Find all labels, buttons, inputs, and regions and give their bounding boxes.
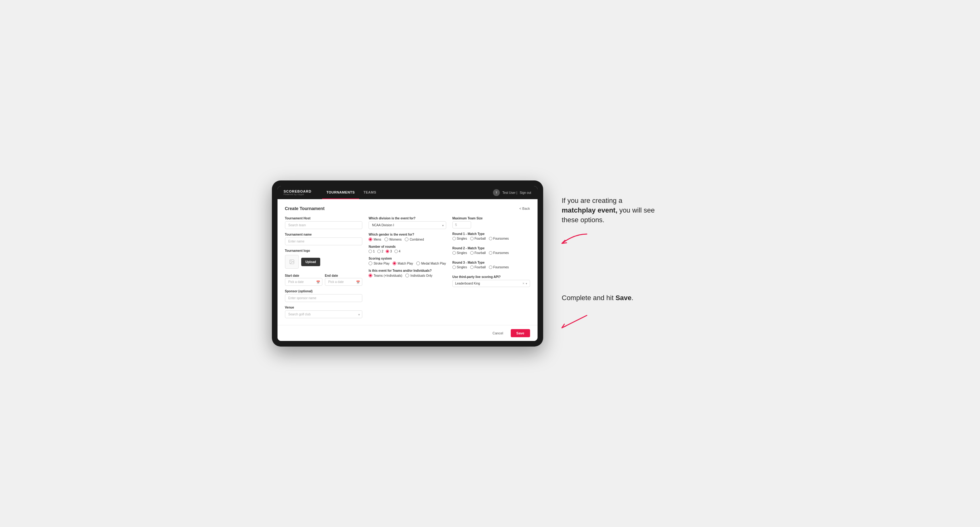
r3-singles[interactable]: Singles bbox=[452, 265, 467, 269]
gender-womens-label: Womens bbox=[390, 238, 402, 241]
gender-mens-radio[interactable] bbox=[369, 238, 372, 241]
venue-field: Venue bbox=[285, 306, 363, 318]
r2-singles[interactable]: Singles bbox=[452, 251, 467, 255]
round-3-label: 3 bbox=[390, 250, 392, 253]
arrow-bottom-icon bbox=[556, 312, 593, 331]
r3-fourball-radio[interactable] bbox=[470, 265, 474, 269]
r1-foursomes[interactable]: Foursomes bbox=[489, 237, 509, 240]
api-label: Use third-party live scoring API? bbox=[452, 275, 530, 279]
tournament-name-field: Tournament name bbox=[285, 233, 363, 245]
round-1-label: 1 bbox=[373, 250, 375, 253]
scoring-medal-radio[interactable] bbox=[416, 262, 420, 265]
nav-tab-teams[interactable]: TEAMS bbox=[359, 186, 381, 199]
r1-singles-radio[interactable] bbox=[452, 237, 456, 240]
form-header: Create Tournament < Back bbox=[285, 206, 530, 211]
round3-options: Singles Fourball Foursomes bbox=[452, 265, 530, 269]
individuals-option-radio[interactable] bbox=[405, 274, 409, 277]
gender-womens[interactable]: Womens bbox=[385, 238, 402, 241]
gender-combined-radio[interactable] bbox=[405, 238, 409, 241]
round-1[interactable]: 1 bbox=[369, 250, 375, 253]
scoring-stroke[interactable]: Stroke Play bbox=[369, 262, 390, 265]
gender-mens[interactable]: Mens bbox=[369, 238, 381, 241]
page-title: Create Tournament bbox=[285, 206, 325, 211]
start-date-field: Start date 📅 bbox=[285, 272, 322, 286]
annotation-bottom-text1: Complete and hit bbox=[562, 294, 616, 302]
round-1-radio[interactable] bbox=[369, 250, 372, 253]
division-select-wrapper: NCAA Division I bbox=[369, 221, 446, 229]
gender-combined[interactable]: Combined bbox=[405, 238, 424, 241]
r2-singles-radio[interactable] bbox=[452, 251, 456, 255]
annotation-top: If you are creating a matchplay event, y… bbox=[562, 196, 655, 225]
r2-foursomes-radio[interactable] bbox=[489, 251, 492, 255]
logo-sub: Powered by clippit bbox=[284, 193, 312, 195]
r2-fourball-radio[interactable] bbox=[470, 251, 474, 255]
upload-button[interactable]: Upload bbox=[301, 258, 321, 266]
end-date-input[interactable] bbox=[325, 278, 362, 286]
annotations-area: If you are creating a matchplay event, y… bbox=[562, 196, 708, 331]
r1-fourball-radio[interactable] bbox=[470, 237, 474, 240]
max-team-size-input[interactable] bbox=[452, 221, 471, 229]
r3-singles-radio[interactable] bbox=[452, 265, 456, 269]
rounds-label: Number of rounds bbox=[369, 245, 446, 248]
round2-match-label: Round 2 - Match Type bbox=[452, 246, 530, 250]
r2-fourball[interactable]: Fourball bbox=[470, 251, 486, 255]
r3-foursomes-radio[interactable] bbox=[489, 265, 492, 269]
division-select[interactable]: NCAA Division I bbox=[369, 221, 446, 229]
scoring-match[interactable]: Match Play bbox=[393, 262, 413, 265]
form-container: Create Tournament < Back Tournament Host… bbox=[277, 199, 538, 325]
rounds-radio-group: 1 2 3 bbox=[369, 250, 446, 253]
teams-radio-group: Teams (+Individuals) Individuals Only bbox=[369, 274, 446, 277]
r3-foursomes[interactable]: Foursomes bbox=[489, 265, 509, 269]
back-button[interactable]: < Back bbox=[519, 206, 530, 210]
r1-foursomes-radio[interactable] bbox=[489, 237, 492, 240]
scoring-stroke-radio[interactable] bbox=[369, 262, 372, 265]
scoring-label: Scoring system bbox=[369, 257, 446, 260]
teams-option-radio[interactable] bbox=[369, 274, 372, 277]
scoring-medal-label: Medal Match Play bbox=[421, 262, 446, 265]
division-field: Which division is the event for? NCAA Di… bbox=[369, 217, 446, 229]
round3-match-label: Round 3 - Match Type bbox=[452, 261, 530, 264]
round1-options: Singles Fourball Foursomes bbox=[452, 237, 530, 240]
save-button[interactable]: Save bbox=[511, 329, 530, 337]
venue-input[interactable] bbox=[285, 310, 363, 318]
r2-foursomes[interactable]: Foursomes bbox=[489, 251, 509, 255]
r1-fourball[interactable]: Fourball bbox=[470, 237, 486, 240]
sponsor-input[interactable] bbox=[285, 294, 363, 302]
scoring-medal[interactable]: Medal Match Play bbox=[416, 262, 446, 265]
scoring-stroke-label: Stroke Play bbox=[374, 262, 390, 265]
annotation-bottom-text2: . bbox=[632, 294, 633, 302]
nav-tab-tournaments[interactable]: TOURNAMENTS bbox=[322, 186, 359, 199]
tournament-name-input[interactable] bbox=[285, 238, 363, 245]
r3-fourball[interactable]: Fourball bbox=[470, 265, 486, 269]
navbar: SCOREBOARD Powered by clippit TOURNAMENT… bbox=[277, 186, 538, 199]
round-2-radio[interactable] bbox=[377, 250, 381, 253]
gender-womens-radio[interactable] bbox=[385, 238, 388, 241]
logo-upload-area: Upload bbox=[285, 255, 363, 269]
page-wrapper: SCOREBOARD Powered by clippit TOURNAMENT… bbox=[272, 181, 708, 346]
round-3[interactable]: 3 bbox=[386, 250, 392, 253]
api-chip[interactable]: Leaderboard King × ▾ bbox=[452, 280, 530, 287]
avatar: T bbox=[493, 189, 500, 196]
sponsor-label: Sponsor (optional) bbox=[285, 289, 363, 293]
end-date-field: End date 📅 bbox=[325, 272, 362, 286]
scoring-match-radio[interactable] bbox=[393, 262, 396, 265]
nav-tabs: TOURNAMENTS TEAMS bbox=[322, 186, 381, 199]
tournament-host-input[interactable] bbox=[285, 221, 363, 229]
r1-singles[interactable]: Singles bbox=[452, 237, 467, 240]
round-3-radio[interactable] bbox=[386, 250, 389, 253]
start-date-input[interactable] bbox=[285, 278, 322, 286]
teams-option[interactable]: Teams (+Individuals) bbox=[369, 274, 402, 277]
arrow-top-icon bbox=[556, 231, 593, 250]
gender-combined-label: Combined bbox=[410, 238, 424, 241]
api-remove-icon[interactable]: × bbox=[523, 282, 525, 285]
round-4[interactable]: 4 bbox=[395, 250, 401, 253]
round-2[interactable]: 2 bbox=[377, 250, 383, 253]
individuals-option[interactable]: Individuals Only bbox=[405, 274, 433, 277]
round-4-radio[interactable] bbox=[395, 250, 398, 253]
api-dropdown-icon[interactable]: ▾ bbox=[526, 282, 527, 285]
individuals-option-label: Individuals Only bbox=[410, 274, 433, 277]
tournament-logo-label: Tournament logo bbox=[285, 249, 363, 252]
cancel-button[interactable]: Cancel bbox=[488, 329, 508, 337]
sign-out-link[interactable]: Sign out bbox=[520, 191, 531, 194]
gender-label: Which gender is the event for? bbox=[369, 233, 446, 236]
